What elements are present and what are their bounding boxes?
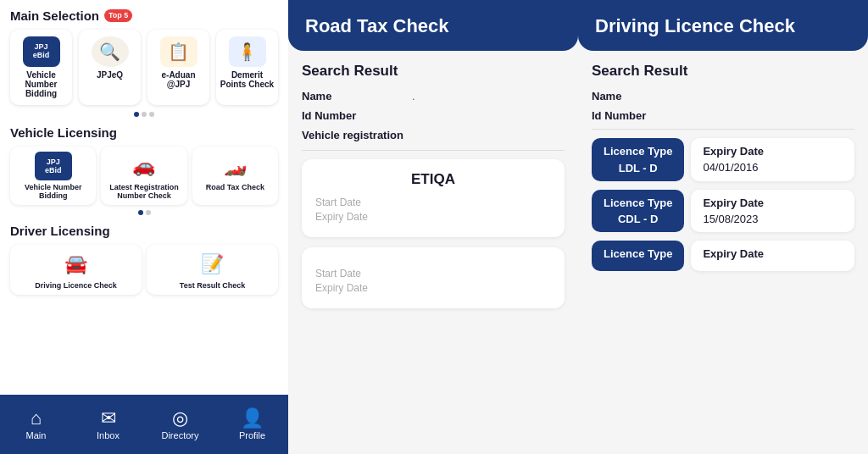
insurance-start-label-1: Start Date: [315, 268, 551, 280]
expiry-label-1: Expiry Date: [703, 197, 764, 209]
ebid-sm-icon: JPJeBid: [35, 152, 72, 180]
expiry-box-0: Expiry Date 04/01/2016: [691, 138, 854, 181]
insurance-expiry-label-0: Expiry Date: [315, 211, 551, 223]
nav-inbox-label: Inbox: [97, 430, 120, 440]
licence-type-label-2: Licence Type: [604, 247, 672, 261]
road-tax-title: Road Tax Check: [305, 15, 449, 36]
dot-2: [142, 112, 147, 117]
expiry-label-0: Expiry Date: [703, 145, 764, 158]
licence-name-field: Name: [592, 90, 854, 102]
selection-card-eaduan[interactable]: 📋 e-Aduan @JPJ: [147, 30, 209, 105]
insurance-start-label-0: Start Date: [315, 197, 551, 208]
vehicle-licensing-title: Vehicle Licensing: [10, 125, 278, 140]
road-tax-vehicle-label: Vehicle registration: [302, 129, 412, 141]
vehicle-dot-indicator: [10, 210, 278, 215]
expiry-label-2: Expiry Date: [703, 247, 764, 260]
bottom-nav: ⌂ Main ✉ Inbox ◎ Directory 👤 Profile: [0, 395, 288, 454]
card-label-0: Vehicle Number Bidding: [14, 70, 69, 98]
middle-panel: Road Tax Check Search Result Name . Id N…: [288, 0, 578, 454]
selection-card-ebid[interactable]: JPJeBid Vehicle Number Bidding: [10, 30, 72, 105]
insurance-name-0: ETIQA: [315, 171, 551, 188]
directory-icon: ◎: [172, 409, 188, 428]
roadtax-icon: 🏎️: [216, 152, 253, 180]
insurance-expiry-label-1: Expiry Date: [315, 282, 551, 294]
eaduan-icon: 📋: [160, 36, 198, 67]
road-tax-body: Search Result Name . Id Number Vehicle r…: [288, 51, 578, 454]
road-tax-id-label: Id Number: [302, 109, 412, 122]
lic-card-driving[interactable]: 🚘 Driving Licence Check: [10, 245, 142, 295]
expiry-box-2: Expiry Date: [691, 241, 854, 271]
lic-card-label-2: Road Tax Check: [206, 183, 264, 191]
driving-licence-title: Driving Licence Check: [595, 15, 795, 36]
vdot-2: [146, 210, 151, 215]
test-icon: 📝: [194, 250, 231, 279]
road-tax-header: Road Tax Check: [288, 0, 578, 51]
card-label-3: Demerit Points Check: [220, 70, 275, 89]
vehicle-licensing-grid: JPJeBid Vehicle Number Bidding 🚗 Latest …: [10, 147, 278, 205]
driving-licence-header: Driving Licence Check: [578, 0, 868, 51]
lic-card-roadtax[interactable]: 🏎️ Road Tax Check: [192, 147, 278, 205]
road-tax-vehicle-field: Vehicle registration: [302, 129, 565, 141]
vdot-1: [138, 210, 143, 215]
road-tax-search-result-title: Search Result: [302, 63, 565, 80]
licence-result-section: Search Result Name Id Number Licence Typ…: [578, 51, 868, 454]
dot-3: [149, 112, 154, 117]
licence-type-box-0: Licence Type LDL - D: [592, 138, 684, 181]
home-icon: ⌂: [31, 409, 42, 428]
nav-profile-label: Profile: [239, 430, 265, 440]
driving-icon: 🚘: [58, 250, 95, 279]
road-tax-id-field: Id Number: [302, 109, 565, 122]
jpjeq-icon: 🔍: [92, 36, 129, 67]
road-tax-name-label: Name: [302, 90, 412, 102]
licence-card-0: Licence Type LDL - D Expiry Date 04/01/2…: [592, 138, 854, 181]
licence-type-label-0: Licence Type: [604, 145, 672, 158]
card-label-1: JPJeQ: [97, 70, 123, 80]
nav-profile[interactable]: 👤 Profile: [216, 409, 288, 440]
lic-card-test-result[interactable]: 📝 Test Result Check: [147, 245, 278, 295]
nav-directory-label: Directory: [161, 430, 198, 440]
nav-directory[interactable]: ◎ Directory: [144, 409, 216, 440]
ebid-icon: JPJeBid: [23, 36, 60, 67]
selection-card-demerit[interactable]: 🧍 Demerit Points Check: [216, 30, 278, 105]
nav-inbox[interactable]: ✉ Inbox: [72, 409, 144, 440]
result-divider: [592, 129, 854, 130]
divider-1: [302, 150, 565, 151]
right-panel: Driving Licence Check Search Result Name…: [578, 0, 868, 454]
insurance-card-0: ETIQA Start Date Expiry Date: [302, 159, 565, 237]
car-icon: 🚗: [125, 152, 163, 180]
expiry-value-1: 15/08/2023: [703, 213, 758, 225]
insurance-card-1: Start Date Expiry Date: [302, 247, 565, 308]
licence-search-result-title: Search Result: [592, 63, 854, 80]
lic-card-label-0: Vehicle Number Bidding: [14, 183, 92, 200]
licence-id-field: Id Number: [592, 109, 854, 122]
main-selection-title: Main Selection Top 5: [10, 8, 278, 23]
driver-licensing-section: Driver Licensing 🚘 Driving Licence Check…: [10, 224, 278, 295]
licence-card-1: Licence Type CDL - D Expiry Date 15/08/2…: [592, 190, 854, 233]
left-panel: Main Selection Top 5 JPJeBid Vehicle Num…: [0, 0, 288, 454]
inbox-icon: ✉: [101, 409, 116, 428]
licence-id-label: Id Number: [592, 109, 702, 122]
selection-card-jpjeq[interactable]: 🔍 JPJeQ: [79, 30, 141, 105]
driver-card-label-0: Driving Licence Check: [35, 281, 117, 290]
card-label-2: e-Aduan @JPJ: [151, 70, 206, 89]
lic-card-bidding[interactable]: JPJeBid Vehicle Number Bidding: [10, 147, 96, 205]
licence-type-box-2: Licence Type: [592, 241, 684, 271]
dot-indicator: [10, 112, 278, 117]
lic-card-label-1: Latest Registration Number Check: [105, 183, 182, 200]
profile-icon: 👤: [241, 409, 264, 428]
licence-card-2: Licence Type Expiry Date: [592, 241, 854, 271]
demerit-icon: 🧍: [229, 36, 266, 67]
nav-main-label: Main: [26, 430, 47, 440]
lic-card-registration[interactable]: 🚗 Latest Registration Number Check: [101, 147, 186, 205]
driver-card-label-1: Test Result Check: [180, 281, 245, 290]
expiry-box-1: Expiry Date 15/08/2023: [691, 190, 854, 233]
dot-1: [134, 112, 139, 117]
driver-licensing-grid: 🚘 Driving Licence Check 📝 Test Result Ch…: [10, 245, 278, 295]
licence-type-value-0: LDL - D: [619, 162, 658, 174]
licence-type-box-1: Licence Type CDL - D: [592, 190, 684, 233]
top-badge: Top 5: [104, 9, 132, 22]
expiry-value-0: 04/01/2016: [703, 161, 758, 174]
nav-main[interactable]: ⌂ Main: [0, 409, 72, 440]
licence-type-label-1: Licence Type: [604, 197, 672, 210]
licence-name-label: Name: [592, 90, 702, 102]
